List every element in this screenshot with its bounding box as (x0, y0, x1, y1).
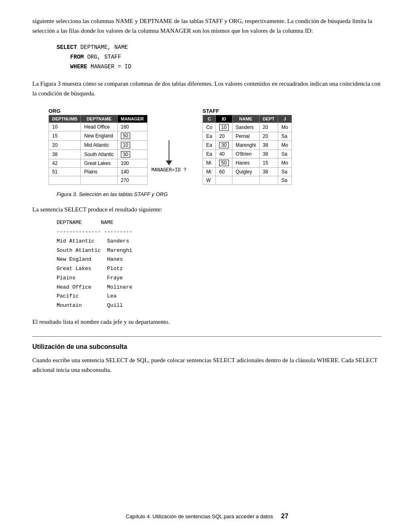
org-table: DEPTNUMB DEPTNAME MANAGER 10 Head Office… (49, 115, 148, 185)
result-separator: -------------- --------- (57, 228, 382, 237)
table-row: W Sa (203, 176, 292, 185)
org-table-label: ORG (49, 108, 148, 114)
section-divider (32, 336, 382, 337)
cell-manager: 100 (117, 159, 147, 168)
intro-paragraph1: siguiente selecciona las columnas NAME y… (32, 16, 382, 36)
cell-name: Hanes (232, 158, 259, 168)
cell-manager: 140 (117, 168, 147, 176)
staff-table-wrap: STAFF C ID NAME DEPT J Co (203, 108, 292, 185)
arrow-head-icon (166, 160, 172, 165)
cell-deptname: New England (81, 131, 117, 141)
boxed-value: 50 (121, 133, 130, 139)
result-row: New England Hanes (57, 255, 382, 264)
staff-table-label: STAFF (203, 108, 292, 114)
cell-j: Mo (278, 158, 292, 168)
cell-id: 60 (216, 168, 232, 176)
intro-paragraph2: La Figura 3 muestra cómo se comparan col… (32, 79, 382, 98)
cell-name: Marenghi (232, 141, 259, 150)
cell-c: Ea (203, 150, 216, 158)
cell-deptnumb: 51 (49, 168, 81, 176)
cell-c: W (203, 176, 216, 185)
result-row: Great Lakes Plotz (57, 264, 382, 274)
cell-id (216, 176, 232, 185)
cell-deptnumb: 38 (49, 150, 81, 159)
cell-deptname: Great Lakes (81, 159, 117, 168)
result-row: Mountain Quill (57, 301, 382, 310)
cell-id: 30 (216, 141, 232, 150)
select-keyword: SELECT (57, 44, 77, 51)
table-row: 20 Mid Atlantic 10 (49, 141, 148, 150)
result-row: South Atlantic Marenghi (57, 246, 382, 255)
cell-dept: 20 (259, 132, 278, 141)
staff-col-dept: DEPT (259, 115, 278, 123)
result-row: Plains Fraye (57, 274, 382, 283)
boxed-value: 50 (219, 160, 228, 166)
from-keyword: FROM (70, 54, 84, 60)
cell-name: Pernal (232, 132, 259, 141)
org-table-wrap: ORG DEPTNUMB DEPTNAME MANAGER 10 Head Of… (49, 108, 148, 185)
cell-deptname (81, 176, 117, 185)
from-tables: ORG, STAFF (87, 54, 121, 60)
where-condition: MANAGER = ID (91, 63, 131, 70)
footer-text: Capítulo 4. Utilización de sentencias SQ… (126, 513, 273, 519)
boxed-value: 10 (219, 124, 228, 131)
boxed-value: 10 (121, 142, 130, 148)
cell-name (232, 176, 259, 185)
cell-id: 50 (216, 158, 232, 168)
cell-dept (259, 176, 278, 185)
cell-dept: 38 (259, 168, 278, 176)
staff-col-name: NAME (232, 115, 259, 123)
org-col-deptnumb: DEPTNUMB (49, 115, 81, 123)
table-row: Ea 40 O'Brien 38 Sa (203, 150, 292, 158)
cell-deptname: Mid Atlantic (81, 141, 117, 150)
cell-deptname: Head Office (81, 123, 117, 131)
tables-row: ORG DEPTNUMB DEPTNAME MANAGER 10 Head Of… (49, 108, 382, 185)
arrow-vertical-line (169, 140, 169, 160)
select-cols: DEPTNAME, NAME (80, 44, 128, 51)
cell-dept: 15 (259, 158, 278, 168)
cell-c: Ea (203, 132, 216, 141)
cell-name: Sanders (232, 123, 259, 132)
cell-j: Mo (278, 123, 292, 132)
cell-manager: 160 (117, 123, 147, 131)
table-row: Ea 30 Marenghi 38 Mo (203, 141, 292, 150)
section-heading: Utilización de una subconsulta (32, 343, 382, 350)
table-row: Mi 50 Hanes 15 Mo (203, 158, 292, 168)
figure-caption: Figura 3. Selección en las tablas STAFF … (57, 191, 382, 197)
org-col-manager: MANAGER (117, 115, 147, 123)
sql-code-block: SELECT DEPTNAME, NAME FROM ORG, STAFF WH… (57, 43, 382, 72)
cell-id: 40 (216, 150, 232, 158)
staff-col-c: C (203, 115, 216, 123)
join-condition-label: MANAGER=ID ? (152, 167, 186, 173)
cell-manager: 10 (117, 141, 147, 150)
cell-j: Mo (278, 141, 292, 150)
cell-dept: 38 (259, 141, 278, 150)
cell-id: 20 (216, 132, 232, 141)
cell-manager: 270 (117, 176, 147, 185)
result-code-block: DEPTNAME NAME -------------- --------- M… (57, 218, 382, 310)
join-arrow-container: MANAGER=ID ? (152, 108, 186, 173)
cell-deptnumb: 15 (49, 131, 81, 141)
staff-col-j: J (278, 115, 292, 123)
cell-manager: 50 (117, 131, 147, 141)
cell-dept: 20 (259, 123, 278, 132)
table-row: Mi 60 Quigley 38 Sa (203, 168, 292, 176)
result-header-name: NAME (101, 220, 113, 226)
table-row: 51 Plains 140 (49, 168, 148, 176)
table-row: 10 Head Office 160 (49, 123, 148, 131)
cell-j: Sa (278, 132, 292, 141)
section-body: Cuando escribe una sentencia SELECT de S… (32, 355, 382, 375)
org-col-deptname: DEPTNAME (81, 115, 117, 123)
cell-manager: 30 (117, 150, 147, 159)
table-row: 15 New England 50 (49, 131, 148, 141)
cell-deptname: Plains (81, 168, 117, 176)
where-keyword: WHERE (70, 63, 87, 70)
table-row: Co 10 Sanders 20 Mo (203, 123, 292, 132)
figure-section: ORG DEPTNUMB DEPTNAME MANAGER 10 Head Of… (32, 108, 382, 185)
cell-c: Co (203, 123, 216, 132)
cell-c: Mi (203, 168, 216, 176)
table-row: 42 Great Lakes 100 (49, 159, 148, 168)
table-row: Ea 20 Pernal 20 Sa (203, 132, 292, 141)
cell-deptnumb: 10 (49, 123, 81, 131)
cell-id: 10 (216, 123, 232, 132)
